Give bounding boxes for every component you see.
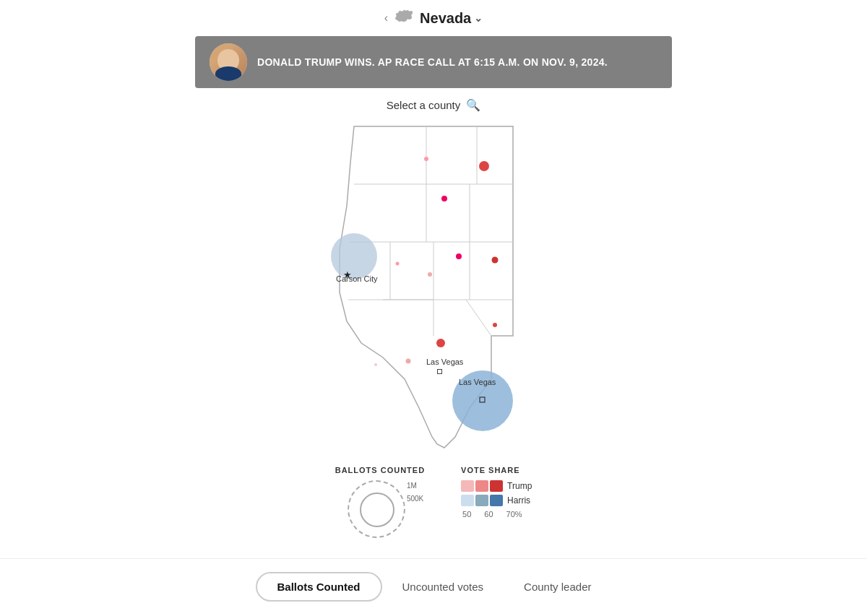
trump-swatch-light bbox=[461, 480, 474, 492]
winner-banner: DONALD TRUMP WINS. AP RACE CALL AT 6:15 … bbox=[195, 36, 672, 88]
svg-point-15 bbox=[436, 339, 445, 347]
us-map-icon bbox=[394, 9, 414, 27]
page-container: ‹ Nevada ⌄ DONALD TRUMP WINS. AP RACE CA… bbox=[0, 0, 867, 616]
chevron-down-icon: ⌄ bbox=[474, 12, 483, 24]
legend-500k-label: 500K bbox=[407, 495, 423, 503]
scale-60: 60 bbox=[484, 510, 493, 519]
scale-70: 70% bbox=[506, 510, 522, 519]
las-vegas-marker bbox=[437, 369, 442, 374]
trump-color-row: Trump bbox=[461, 480, 532, 492]
las-vegas-label: Las Vegas bbox=[426, 357, 463, 366]
state-name[interactable]: Nevada ⌄ bbox=[420, 10, 483, 27]
harris-swatch-dark bbox=[490, 495, 503, 506]
scale-50: 50 bbox=[462, 510, 471, 519]
trump-label: Trump bbox=[507, 481, 532, 491]
svg-point-17 bbox=[406, 359, 411, 364]
trump-swatch-medium bbox=[475, 480, 488, 492]
svg-point-21 bbox=[374, 363, 377, 366]
bottom-tab-bar: Ballots Counted Uncounted votes County l… bbox=[0, 558, 867, 616]
vote-share-legend: VOTE SHARE Trump Harris bbox=[461, 466, 532, 519]
top-nav: ‹ Nevada ⌄ bbox=[0, 0, 867, 33]
ballots-legend: BALLOTS COUNTED 1M 500K bbox=[335, 466, 425, 542]
svg-point-16 bbox=[493, 323, 497, 327]
svg-line-7 bbox=[466, 300, 491, 336]
svg-point-18 bbox=[424, 157, 428, 161]
svg-point-14 bbox=[492, 257, 499, 264]
vote-share-title: VOTE SHARE bbox=[461, 466, 532, 474]
county-select-label: Select a county bbox=[387, 99, 461, 111]
legend-1m-label: 1M bbox=[407, 482, 417, 490]
tab-uncounted-votes[interactable]: Uncounted votes bbox=[382, 573, 504, 600]
nevada-map[interactable]: Carson City ★ Las Vegas Carson City ★ La… bbox=[303, 119, 564, 451]
harris-color-row: Harris bbox=[461, 495, 532, 506]
svg-point-11 bbox=[479, 161, 489, 171]
harris-swatch-light bbox=[461, 495, 474, 506]
ballots-legend-title: BALLOTS COUNTED bbox=[335, 466, 425, 474]
svg-point-13 bbox=[456, 253, 462, 259]
winner-text: DONALD TRUMP WINS. AP RACE CALL AT 6:15 … bbox=[257, 56, 608, 68]
svg-point-10 bbox=[331, 233, 377, 279]
harris-swatch-medium bbox=[475, 495, 488, 506]
county-select-bar[interactable]: Select a county 🔍 bbox=[387, 98, 481, 112]
tab-ballots-counted[interactable]: Ballots Counted bbox=[256, 572, 382, 602]
legend-container: BALLOTS COUNTED 1M 500K VOTE SHARE bbox=[335, 466, 532, 542]
tab-county-leader[interactable]: County leader bbox=[504, 573, 611, 600]
trump-swatch-dark bbox=[490, 480, 503, 492]
svg-text:Las Vegas: Las Vegas bbox=[459, 378, 496, 386]
svg-point-12 bbox=[441, 196, 447, 201]
winner-avatar bbox=[210, 43, 247, 81]
back-arrow[interactable]: ‹ bbox=[384, 12, 388, 25]
search-icon: 🔍 bbox=[466, 98, 480, 112]
harris-label: Harris bbox=[507, 495, 530, 506]
carson-city-label: Carson City bbox=[336, 274, 377, 283]
svg-point-19 bbox=[396, 262, 400, 266]
svg-point-20 bbox=[428, 272, 432, 277]
capital-star: ★ bbox=[343, 269, 352, 280]
trump-avatar-image bbox=[210, 43, 247, 81]
